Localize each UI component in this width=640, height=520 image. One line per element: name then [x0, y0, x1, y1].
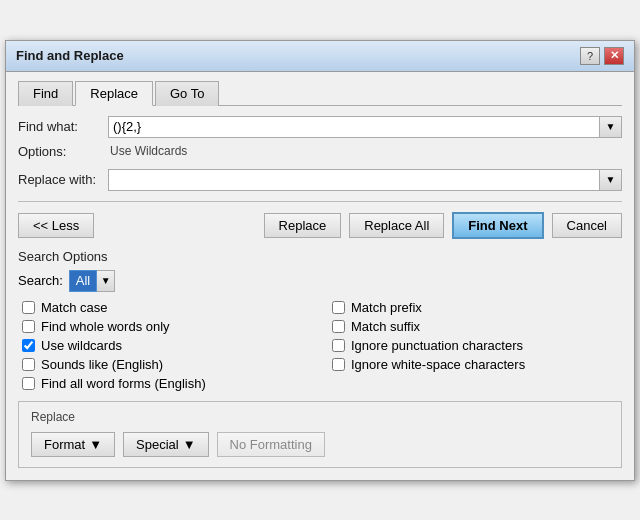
match-prefix-checkbox[interactable] — [332, 301, 345, 314]
tab-replace[interactable]: Replace — [75, 81, 153, 106]
options-text: Use Wildcards — [110, 144, 187, 158]
find-all-word-forms-checkbox[interactable] — [22, 377, 35, 390]
replace-button[interactable]: Replace — [264, 213, 342, 238]
format-label: Format — [44, 437, 85, 452]
checkbox-match-prefix: Match prefix — [332, 300, 622, 315]
checkbox-ignore-punctuation: Ignore punctuation characters — [332, 338, 622, 353]
help-button[interactable]: ? — [580, 47, 600, 65]
replace-with-input-wrap: ▼ — [108, 169, 622, 191]
no-formatting-button[interactable]: No Formatting — [217, 432, 325, 457]
match-prefix-label: Match prefix — [351, 300, 422, 315]
match-case-checkbox[interactable] — [22, 301, 35, 314]
checkbox-find-whole-words: Find whole words only — [22, 319, 312, 334]
ignore-whitespace-label: Ignore white-space characters — [351, 357, 525, 372]
tabs: Find Replace Go To — [18, 80, 622, 106]
tab-goto[interactable]: Go To — [155, 81, 219, 106]
dialog-title: Find and Replace — [16, 48, 124, 63]
tab-find[interactable]: Find — [18, 81, 73, 106]
dialog-body: Find Replace Go To Find what: ▼ Options:… — [6, 72, 634, 480]
search-row: Search: All ▼ — [18, 270, 622, 292]
sounds-like-label: Sounds like (English) — [41, 357, 163, 372]
find-next-button[interactable]: Find Next — [452, 212, 543, 239]
match-case-label: Match case — [41, 300, 107, 315]
use-wildcards-checkbox[interactable] — [22, 339, 35, 352]
find-all-word-forms-label: Find all word forms (English) — [41, 376, 206, 391]
replace-all-button[interactable]: Replace All — [349, 213, 444, 238]
divider — [18, 201, 622, 202]
checkboxes-grid: Match case Match prefix Find whole words… — [18, 300, 622, 391]
find-replace-dialog: Find and Replace ? ✕ Find Replace Go To … — [5, 40, 635, 481]
ignore-punctuation-label: Ignore punctuation characters — [351, 338, 523, 353]
options-label: Options: — [18, 144, 108, 159]
replace-with-label: Replace with: — [18, 172, 108, 187]
replace-section: Replace Format ▼ Special ▼ No Formatting — [18, 401, 622, 468]
use-wildcards-label: Use wildcards — [41, 338, 122, 353]
match-suffix-label: Match suffix — [351, 319, 420, 334]
checkbox-find-all-word-forms: Find all word forms (English) — [22, 376, 312, 391]
format-arrow-icon: ▼ — [89, 437, 102, 452]
ignore-punctuation-checkbox[interactable] — [332, 339, 345, 352]
checkbox-use-wildcards: Use wildcards — [22, 338, 312, 353]
checkbox-match-case: Match case — [22, 300, 312, 315]
search-select[interactable]: All — [69, 270, 97, 292]
replace-buttons: Format ▼ Special ▼ No Formatting — [31, 432, 609, 457]
empty-cell — [332, 376, 622, 391]
action-buttons: << Less Replace Replace All Find Next Ca… — [18, 212, 622, 239]
cancel-button[interactable]: Cancel — [552, 213, 622, 238]
replace-with-input[interactable] — [108, 169, 600, 191]
checkbox-ignore-whitespace: Ignore white-space characters — [332, 357, 622, 372]
special-arrow-icon: ▼ — [183, 437, 196, 452]
find-what-input-wrap: ▼ — [108, 116, 622, 138]
less-button[interactable]: << Less — [18, 213, 94, 238]
replace-with-dropdown[interactable]: ▼ — [600, 169, 622, 191]
find-what-row: Find what: ▼ — [18, 116, 622, 138]
find-what-input[interactable] — [108, 116, 600, 138]
search-arrow[interactable]: ▼ — [97, 270, 115, 292]
sounds-like-checkbox[interactable] — [22, 358, 35, 371]
search-options-label: Search Options — [18, 249, 622, 264]
checkbox-sounds-like: Sounds like (English) — [22, 357, 312, 372]
options-row: Options: Use Wildcards — [18, 144, 622, 159]
replace-section-label: Replace — [31, 410, 609, 424]
special-button[interactable]: Special ▼ — [123, 432, 209, 457]
title-controls: ? ✕ — [580, 47, 624, 65]
search-dropdown: All ▼ — [69, 270, 115, 292]
find-whole-words-checkbox[interactable] — [22, 320, 35, 333]
title-bar: Find and Replace ? ✕ — [6, 41, 634, 72]
close-button[interactable]: ✕ — [604, 47, 624, 65]
checkbox-match-suffix: Match suffix — [332, 319, 622, 334]
find-whole-words-label: Find whole words only — [41, 319, 170, 334]
ignore-whitespace-checkbox[interactable] — [332, 358, 345, 371]
replace-with-row: Replace with: ▼ — [18, 169, 622, 191]
match-suffix-checkbox[interactable] — [332, 320, 345, 333]
search-label: Search: — [18, 273, 63, 288]
find-what-label: Find what: — [18, 119, 108, 134]
find-what-dropdown[interactable]: ▼ — [600, 116, 622, 138]
format-button[interactable]: Format ▼ — [31, 432, 115, 457]
special-label: Special — [136, 437, 179, 452]
